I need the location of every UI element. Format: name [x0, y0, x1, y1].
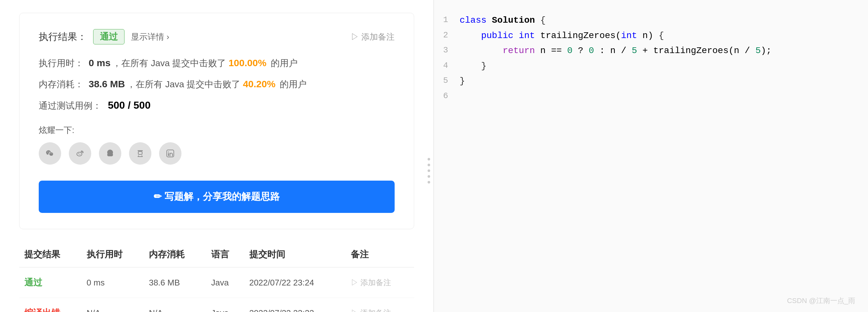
cell-note[interactable]: ▷ 添加备注 — [346, 267, 414, 298]
testcase-label: 通过测试用例： — [39, 100, 101, 112]
result-card: 执行结果： 通过 显示详情 › ▷ 添加备注 执行用时： 0 ms ，在所有 J… — [19, 13, 414, 229]
runtime-pct: 100.00% — [228, 58, 266, 68]
svg-point-0 — [77, 152, 82, 156]
line-content-2: public int trailingZeroes(int n) { — [460, 28, 868, 43]
resize-dot-3 — [428, 169, 430, 172]
memory-users: 的用户 — [280, 78, 307, 91]
line-num-6: 6 — [434, 89, 460, 103]
table-row: 通过 0 ms 38.6 MB Java 2022/07/22 23:24 ▷ … — [19, 267, 414, 298]
runtime-users: 的用户 — [271, 57, 298, 69]
line-content-1: class Solution { — [460, 13, 868, 28]
col-header-runtime: 执行用时 — [82, 242, 144, 267]
linkedin-share-btn[interactable] — [159, 142, 182, 165]
cell-note[interactable]: ▷ 添加备注 — [346, 298, 414, 312]
resize-dot-4 — [428, 175, 430, 178]
footer-watermark: CSDN @江南一点_雨 — [787, 296, 855, 306]
svg-point-1 — [79, 153, 80, 154]
cell-runtime: 0 ms — [82, 267, 144, 298]
cell-memory: N/A — [144, 298, 206, 312]
svg-point-2 — [80, 154, 80, 155]
runtime-label: 执行用时： — [39, 57, 84, 69]
svg-rect-7 — [168, 153, 169, 156]
svg-rect-4 — [138, 151, 142, 154]
qq-share-btn[interactable] — [99, 142, 121, 165]
memory-value: 38.6 MB — [89, 79, 125, 90]
left-panel: 执行结果： 通过 显示详情 › ▷ 添加备注 执行用时： 0 ms ，在所有 J… — [0, 0, 434, 312]
testcase-value: 500 / 500 — [108, 99, 150, 111]
col-header-memory: 内存消耗 — [144, 242, 206, 267]
table-row: 编译出错 N/A N/A Java 2022/07/22 23:23 ▷ 添加备… — [19, 298, 414, 312]
line-num-2: 2 — [434, 28, 460, 42]
write-solution-button[interactable]: ✏ 写题解，分享我的解题思路 — [39, 181, 395, 213]
cell-status[interactable]: 编译出错 — [19, 298, 82, 312]
weibo-share-btn[interactable] — [69, 142, 91, 165]
line-num-1: 1 — [434, 13, 460, 27]
line-content-5: } — [460, 73, 868, 89]
memory-pct: 40.20% — [243, 79, 276, 90]
code-line-5: 5 } — [434, 73, 868, 89]
line-num-4: 4 — [434, 59, 460, 73]
runtime-value: 0 ms — [89, 58, 111, 68]
result-header: 执行结果： 通过 显示详情 › ▷ 添加备注 — [39, 29, 395, 44]
col-header-note: 备注 — [346, 242, 414, 267]
cell-memory: 38.6 MB — [144, 267, 206, 298]
code-line-1: 1 class Solution { — [434, 13, 868, 28]
share-label: 炫耀一下: — [39, 125, 395, 136]
douban-share-btn[interactable] — [129, 142, 151, 165]
submission-table: 提交结果 执行用时 内存消耗 语言 提交时间 备注 通过 0 ms 38.6 M… — [19, 242, 414, 312]
cell-time: 2022/07/22 23:23 — [244, 298, 346, 312]
cell-lang: Java — [206, 298, 244, 312]
memory-stat: 内存消耗： 38.6 MB ，在所有 Java 提交中击败了 40.20% 的用… — [39, 78, 395, 91]
col-header-status: 提交结果 — [19, 242, 82, 267]
svg-rect-3 — [137, 150, 143, 151]
cell-lang: Java — [206, 267, 244, 298]
result-header-left: 执行结果： 通过 显示详情 › — [39, 29, 169, 44]
line-num-3: 3 — [434, 43, 460, 57]
resize-dot-2 — [428, 164, 430, 166]
pass-badge: 通过 — [93, 29, 124, 44]
code-line-3: 3 return n == 0 ? 0 : n / 5 + trailingZe… — [434, 43, 868, 59]
cell-time: 2022/07/22 23:24 — [244, 267, 346, 298]
code-line-6: 6 — [434, 89, 868, 103]
svg-point-6 — [168, 151, 169, 152]
wechat-share-btn[interactable] — [39, 142, 61, 165]
line-content-4: } — [460, 59, 868, 74]
col-header-time: 提交时间 — [244, 242, 346, 267]
code-line-2: 2 public int trailingZeroes(int n) { — [434, 28, 868, 43]
right-panel: 1 class Solution { 2 public int trailing… — [434, 0, 868, 312]
add-note-header[interactable]: ▷ 添加备注 — [351, 31, 395, 42]
resize-handle[interactable] — [428, 158, 430, 183]
memory-label: 内存消耗： — [39, 78, 84, 91]
details-link[interactable]: 显示详情 › — [131, 31, 169, 42]
line-num-5: 5 — [434, 73, 460, 88]
resize-dot-1 — [428, 158, 430, 161]
cell-runtime: N/A — [82, 298, 144, 312]
share-section: 炫耀一下: — [39, 125, 395, 165]
runtime-stat: 执行用时： 0 ms ，在所有 Java 提交中击败了 100.00% 的用户 — [39, 57, 395, 69]
cell-status[interactable]: 通过 — [19, 267, 82, 298]
runtime-suffix: ，在所有 Java 提交中击败了 — [112, 57, 226, 69]
code-editor: 1 class Solution { 2 public int trailing… — [434, 6, 868, 109]
line-content-3: return n == 0 ? 0 : n / 5 + trailingZero… — [460, 43, 868, 59]
share-icons — [39, 142, 395, 165]
code-line-4: 4 } — [434, 59, 868, 74]
col-header-lang: 语言 — [206, 242, 244, 267]
memory-suffix: ，在所有 Java 提交中击败了 — [127, 78, 240, 91]
result-label: 执行结果： — [39, 30, 87, 43]
testcase-row: 通过测试用例： 500 / 500 — [39, 99, 395, 112]
resize-dot-5 — [428, 181, 430, 183]
